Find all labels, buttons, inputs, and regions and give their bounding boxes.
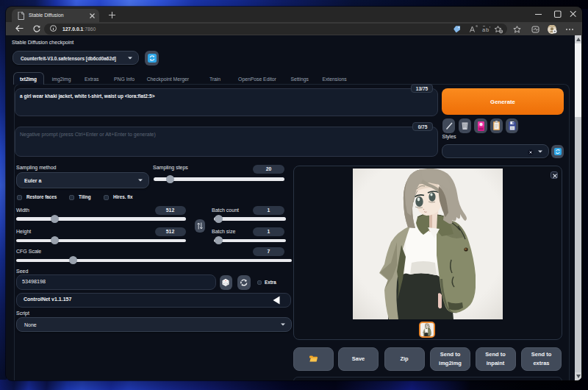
svg-text:b: b	[486, 26, 489, 33]
